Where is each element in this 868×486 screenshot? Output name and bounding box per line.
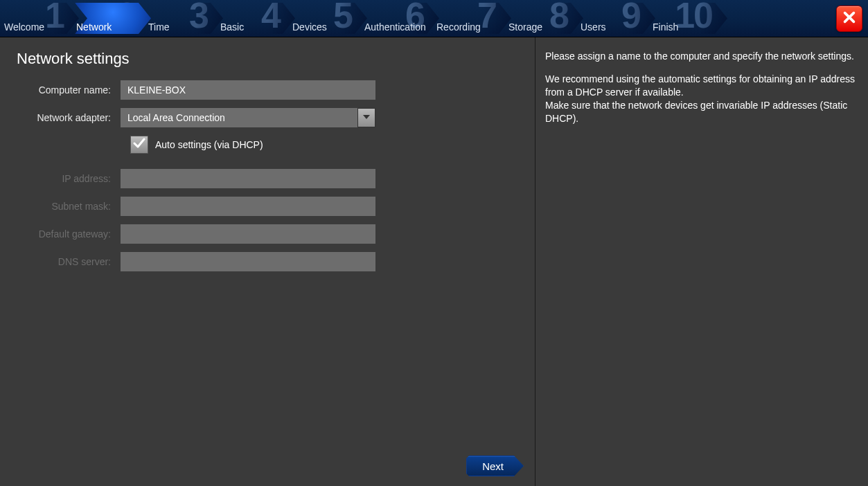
computer-name-label: Computer name: — [17, 84, 121, 96]
step-label: Devices — [292, 21, 327, 33]
step-label: Finish — [653, 21, 678, 33]
chevron-down-icon — [362, 111, 371, 124]
row-network-adapter: Network adapter: Local Area Connection — [17, 108, 518, 127]
row-computer-name: Computer name: — [17, 80, 518, 100]
auto-settings-label: Auto settings (via DHCP) — [155, 139, 263, 150]
step-welcome[interactable]: 1 Welcome — [0, 0, 82, 37]
help-text-1: Please assign a name to the computer and… — [545, 50, 856, 63]
step-label: Storage — [508, 21, 542, 33]
step-label: Users — [581, 21, 606, 33]
subnet-mask-label: Subnet mask: — [17, 201, 121, 212]
help-panel: Please assign a name to the computer and… — [535, 37, 868, 486]
step-basic[interactable]: 4 Basic — [216, 0, 298, 37]
wizard-stepbar: 1 Welcome 2 Network 3 Time 4 Basic 5 Dev… — [0, 0, 868, 37]
check-icon — [133, 137, 145, 152]
step-storage[interactable]: 8 Storage — [504, 0, 586, 37]
auto-settings-checkbox[interactable] — [130, 136, 148, 154]
default-gateway-input — [121, 224, 375, 244]
subnet-mask-input — [121, 197, 375, 216]
step-label: Welcome — [4, 21, 44, 33]
step-recording[interactable]: 7 Recording — [432, 0, 514, 37]
network-adapter-label: Network adapter: — [17, 112, 121, 123]
row-subnet-mask: Subnet mask: — [17, 197, 518, 216]
step-time[interactable]: 3 Time — [144, 0, 226, 37]
step-users[interactable]: 9 Users — [576, 0, 658, 37]
step-label: Authentication — [364, 21, 426, 33]
step-devices[interactable]: 5 Devices — [288, 0, 370, 37]
dns-server-label: DNS server: — [17, 256, 121, 267]
step-label: Network — [76, 21, 112, 33]
dns-server-input — [121, 252, 375, 271]
close-icon — [842, 10, 857, 28]
computer-name-input[interactable] — [121, 80, 375, 100]
row-dns-server: DNS server: — [17, 252, 518, 271]
next-button-label: Next — [482, 460, 504, 472]
default-gateway-label: Default gateway: — [17, 228, 121, 240]
step-authentication[interactable]: 6 Authentication — [360, 0, 442, 37]
step-finish[interactable]: 10 Finish — [648, 0, 730, 37]
help-text-2: We recommend using the automatic setting… — [545, 73, 855, 98]
step-network[interactable]: 2 Network — [72, 0, 154, 37]
close-button[interactable] — [836, 6, 862, 32]
next-button[interactable]: Next — [466, 456, 524, 476]
step-label: Recording — [436, 21, 481, 33]
row-default-gateway: Default gateway: — [17, 224, 518, 244]
network-adapter-select[interactable]: Local Area Connection — [121, 108, 357, 127]
content-area: Network settings Computer name: Network … — [0, 37, 868, 486]
settings-panel: Network settings Computer name: Network … — [0, 37, 535, 486]
row-auto-settings: Auto settings (via DHCP) — [130, 136, 518, 154]
page-title: Network settings — [17, 50, 518, 68]
step-label: Time — [148, 21, 170, 33]
help-text-3: Make sure that the network devices get i… — [545, 100, 847, 124]
network-adapter-dropdown-button[interactable] — [357, 108, 375, 127]
ip-address-label: IP address: — [17, 173, 121, 184]
row-ip-address: IP address: — [17, 169, 518, 188]
step-label: Basic — [220, 21, 244, 33]
ip-address-input — [121, 169, 375, 188]
